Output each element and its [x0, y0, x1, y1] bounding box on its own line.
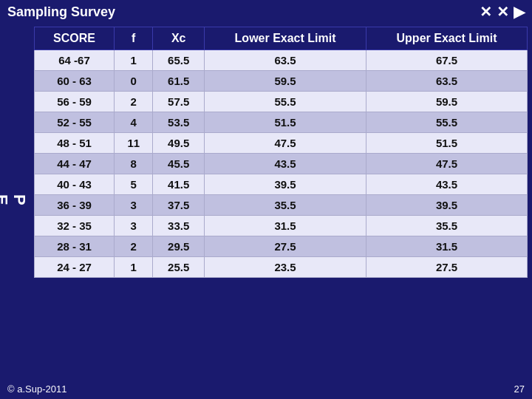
col-f: f — [115, 27, 153, 50]
table-row: 44 - 47845.543.547.5 — [35, 154, 528, 174]
cell-upper: 43.5 — [366, 174, 528, 195]
cell-score: 36 - 39 — [35, 195, 115, 216]
table-row: 48 - 511149.547.551.5 — [35, 133, 528, 154]
cell-upper: 63.5 — [366, 71, 528, 92]
cell-upper: 31.5 — [366, 236, 528, 257]
cell-f: 2 — [115, 92, 153, 112]
minimize-icon[interactable]: ✕ — [497, 3, 509, 21]
cell-f: 3 — [115, 216, 153, 236]
table-header-row: SCORE f Xc Lower Exact Limit Upper Exact… — [35, 27, 528, 50]
cell-upper: 27.5 — [366, 257, 528, 278]
cell-lower: 55.5 — [205, 92, 366, 112]
cell-upper: 55.5 — [366, 112, 528, 133]
cell-score: 48 - 51 — [35, 133, 115, 154]
title-bar: Sampling Survey ✕ ✕ ▶ — [0, 0, 532, 24]
col-lower: Lower Exact Limit — [205, 27, 366, 50]
cell-score: 32 - 35 — [35, 216, 115, 236]
cell-xc: 61.5 — [153, 71, 205, 92]
close-icon[interactable]: ✕ — [480, 3, 492, 21]
table-area: SCORE f Xc Lower Exact Limit Upper Exact… — [31, 24, 532, 378]
table-row: 32 - 35333.531.535.5 — [35, 216, 528, 236]
cell-f: 11 — [115, 133, 153, 154]
cell-upper: 35.5 — [366, 216, 528, 236]
cell-lower: 39.5 — [205, 174, 366, 195]
cell-score: 44 - 47 — [35, 154, 115, 174]
cell-f: 3 — [115, 195, 153, 216]
main-content: PERCEPTUAL SPEED SCORE f Xc Lower Exact … — [0, 24, 532, 378]
cell-xc: 49.5 — [153, 133, 205, 154]
table-row: 52 - 55453.551.555.5 — [35, 112, 528, 133]
footer: © a.Sup-2011 27 — [0, 378, 532, 399]
table-row: 60 - 63061.559.563.5 — [35, 71, 528, 92]
play-icon[interactable]: ▶ — [514, 3, 525, 21]
col-xc: Xc — [153, 27, 205, 50]
table-row: 24 - 27125.523.527.5 — [35, 257, 528, 278]
cell-score: 60 - 63 — [35, 71, 115, 92]
cell-upper: 51.5 — [366, 133, 528, 154]
col-score: SCORE — [35, 27, 115, 50]
cell-xc: 45.5 — [153, 154, 205, 174]
cell-f: 8 — [115, 154, 153, 174]
cell-f: 0 — [115, 71, 153, 92]
cell-lower: 35.5 — [205, 195, 366, 216]
cell-lower: 23.5 — [205, 257, 366, 278]
cell-score: 52 - 55 — [35, 112, 115, 133]
cell-f: 4 — [115, 112, 153, 133]
cell-xc: 53.5 — [153, 112, 205, 133]
table-row: 28 - 31229.527.531.5 — [35, 236, 528, 257]
copyright: © a.Sup-2011 — [7, 383, 66, 395]
cell-xc: 65.5 — [153, 50, 205, 71]
sidebar: PERCEPTUAL SPEED — [0, 24, 31, 378]
cell-score: 56 - 59 — [35, 92, 115, 112]
table-row: 40 - 43541.539.543.5 — [35, 174, 528, 195]
sidebar-text: PERCEPTUAL SPEED — [0, 194, 28, 208]
cell-lower: 63.5 — [205, 50, 366, 71]
data-table: SCORE f Xc Lower Exact Limit Upper Exact… — [34, 27, 528, 278]
cell-f: 5 — [115, 174, 153, 195]
cell-upper: 39.5 — [366, 195, 528, 216]
cell-upper: 67.5 — [366, 50, 528, 71]
cell-lower: 47.5 — [205, 133, 366, 154]
page-number: 27 — [514, 383, 525, 395]
cell-upper: 47.5 — [366, 154, 528, 174]
table-row: 56 - 59257.555.559.5 — [35, 92, 528, 112]
cell-f: 1 — [115, 257, 153, 278]
cell-lower: 31.5 — [205, 216, 366, 236]
cell-score: 24 - 27 — [35, 257, 115, 278]
app-title: Sampling Survey — [7, 4, 115, 20]
cell-lower: 59.5 — [205, 71, 366, 92]
cell-score: 28 - 31 — [35, 236, 115, 257]
cell-xc: 41.5 — [153, 174, 205, 195]
cell-f: 2 — [115, 236, 153, 257]
title-icons: ✕ ✕ ▶ — [480, 3, 525, 21]
table-row: 64 -67165.563.567.5 — [35, 50, 528, 71]
cell-score: 40 - 43 — [35, 174, 115, 195]
table-row: 36 - 39337.535.539.5 — [35, 195, 528, 216]
cell-xc: 33.5 — [153, 216, 205, 236]
col-upper: Upper Exact Limit — [366, 27, 528, 50]
cell-xc: 29.5 — [153, 236, 205, 257]
cell-score: 64 -67 — [35, 50, 115, 71]
cell-xc: 57.5 — [153, 92, 205, 112]
cell-lower: 43.5 — [205, 154, 366, 174]
cell-xc: 25.5 — [153, 257, 205, 278]
cell-lower: 51.5 — [205, 112, 366, 133]
cell-upper: 59.5 — [366, 92, 528, 112]
cell-f: 1 — [115, 50, 153, 71]
cell-lower: 27.5 — [205, 236, 366, 257]
cell-xc: 37.5 — [153, 195, 205, 216]
